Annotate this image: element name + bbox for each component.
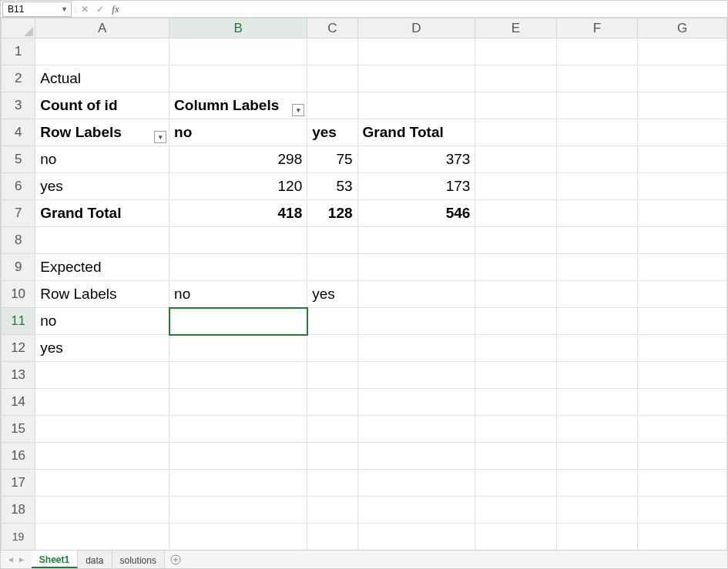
row-header[interactable]: 4 <box>2 119 35 146</box>
cell-A11[interactable]: no <box>35 308 169 335</box>
cell[interactable] <box>638 92 727 119</box>
cell[interactable] <box>169 335 307 362</box>
cell[interactable] <box>475 254 556 281</box>
cell[interactable] <box>307 497 357 524</box>
cell-A2[interactable]: Actual <box>35 65 169 92</box>
cell[interactable] <box>307 470 357 497</box>
cell[interactable] <box>307 416 357 443</box>
cell[interactable] <box>357 497 475 524</box>
cell-C4[interactable]: yes <box>307 119 357 146</box>
col-header-E[interactable]: E <box>475 18 556 38</box>
cell[interactable] <box>638 389 727 416</box>
cell[interactable] <box>35 497 169 524</box>
cell[interactable] <box>638 200 727 227</box>
cell[interactable] <box>638 38 727 65</box>
cell-A9[interactable]: Expected <box>35 254 169 281</box>
cell[interactable] <box>556 38 637 65</box>
cell[interactable] <box>307 65 357 92</box>
cell[interactable] <box>475 443 556 470</box>
cell[interactable] <box>307 308 357 335</box>
cell[interactable] <box>475 308 556 335</box>
cell[interactable] <box>475 497 556 524</box>
cell[interactable] <box>638 497 727 524</box>
cell[interactable] <box>357 92 475 119</box>
cell[interactable] <box>475 389 556 416</box>
cell[interactable] <box>357 524 475 551</box>
col-header-F[interactable]: F <box>556 18 637 38</box>
cell[interactable] <box>357 389 475 416</box>
cell[interactable] <box>638 308 727 335</box>
cell[interactable] <box>638 470 727 497</box>
row-header[interactable]: 19 <box>2 524 35 551</box>
cell[interactable] <box>169 470 307 497</box>
accept-button[interactable]: ✓ <box>92 2 108 17</box>
cell-C6[interactable]: 53 <box>307 173 357 200</box>
cell[interactable] <box>35 524 169 551</box>
cell[interactable] <box>475 416 556 443</box>
cell[interactable] <box>35 227 169 254</box>
cell[interactable] <box>357 443 475 470</box>
cell[interactable] <box>638 281 727 308</box>
cell[interactable] <box>475 38 556 65</box>
cell[interactable] <box>35 416 169 443</box>
cell[interactable] <box>307 443 357 470</box>
cell[interactable] <box>638 416 727 443</box>
cell[interactable] <box>169 416 307 443</box>
col-header-C[interactable]: C <box>307 18 357 38</box>
row-header[interactable]: 3 <box>2 92 35 119</box>
cell[interactable] <box>169 497 307 524</box>
cell[interactable] <box>169 443 307 470</box>
row-header[interactable]: 14 <box>2 389 35 416</box>
row-header[interactable]: 15 <box>2 416 35 443</box>
cell-B5[interactable]: 298 <box>169 146 307 173</box>
cell[interactable] <box>475 200 556 227</box>
cell[interactable] <box>556 146 637 173</box>
row-header[interactable]: 13 <box>2 362 35 389</box>
cancel-button[interactable]: ✕ <box>77 2 92 17</box>
cell[interactable] <box>357 470 475 497</box>
row-header[interactable]: 12 <box>2 335 35 362</box>
cell[interactable] <box>638 524 727 551</box>
cell[interactable] <box>357 254 475 281</box>
cell[interactable] <box>475 362 556 389</box>
cell[interactable] <box>475 281 556 308</box>
cell-B3[interactable]: Column Labels ▾ <box>169 92 307 119</box>
cell[interactable] <box>357 308 475 335</box>
cell[interactable] <box>556 308 637 335</box>
cell-A7[interactable]: Grand Total <box>35 200 169 227</box>
cell[interactable] <box>169 254 307 281</box>
cell[interactable] <box>475 65 556 92</box>
cell[interactable] <box>35 38 169 65</box>
row-header[interactable]: 11 <box>2 308 35 335</box>
cell[interactable] <box>169 38 307 65</box>
grid[interactable]: A B C D E F G 1 <box>1 18 727 550</box>
select-all-corner[interactable] <box>2 18 35 38</box>
cell[interactable] <box>638 227 727 254</box>
cell[interactable] <box>169 362 307 389</box>
cell[interactable] <box>357 65 475 92</box>
cell[interactable] <box>556 227 637 254</box>
cell[interactable] <box>475 227 556 254</box>
cell[interactable] <box>307 92 357 119</box>
cell[interactable] <box>357 38 475 65</box>
cell-A3[interactable]: Count of id <box>35 92 169 119</box>
cell[interactable] <box>475 119 556 146</box>
cell[interactable] <box>357 416 475 443</box>
tab-prev-button[interactable]: ◄ <box>7 555 15 564</box>
cell[interactable] <box>357 227 475 254</box>
cell[interactable] <box>638 146 727 173</box>
cell[interactable] <box>357 335 475 362</box>
row-header[interactable]: 5 <box>2 146 35 173</box>
insert-function-button[interactable]: fx <box>108 2 123 17</box>
cell[interactable] <box>556 524 637 551</box>
cell[interactable] <box>475 173 556 200</box>
cell[interactable] <box>556 173 637 200</box>
cell[interactable] <box>556 416 637 443</box>
cell-D5[interactable]: 373 <box>357 146 475 173</box>
cell[interactable] <box>169 227 307 254</box>
add-sheet-button[interactable] <box>165 551 186 568</box>
cell[interactable] <box>475 335 556 362</box>
cell[interactable] <box>638 335 727 362</box>
cell[interactable] <box>556 119 637 146</box>
cell[interactable] <box>475 470 556 497</box>
